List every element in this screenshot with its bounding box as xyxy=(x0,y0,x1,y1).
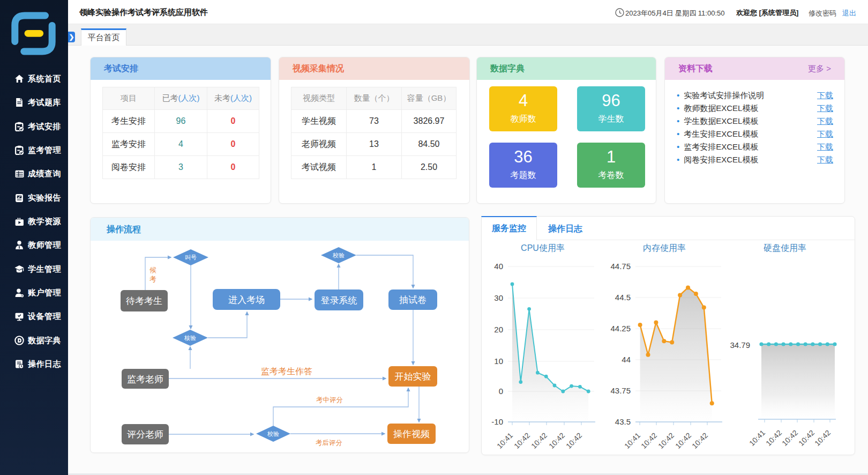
svg-text:44.5: 44.5 xyxy=(615,293,631,302)
svg-text:20: 20 xyxy=(494,325,503,334)
svg-text:评分老师: 评分老师 xyxy=(127,429,163,440)
svg-text:44.25: 44.25 xyxy=(610,324,631,333)
svg-text:校验: 校验 xyxy=(267,431,279,437)
svg-text:10:42: 10:42 xyxy=(529,431,549,450)
svg-text:开始实验: 开始实验 xyxy=(395,372,431,382)
svg-text:10:42: 10:42 xyxy=(690,431,709,450)
svg-text:10: 10 xyxy=(494,357,503,366)
svg-text:10:42: 10:42 xyxy=(639,431,659,450)
svg-text:核验: 核验 xyxy=(184,335,196,341)
svg-text:10:42: 10:42 xyxy=(512,431,532,450)
svg-text:10:42: 10:42 xyxy=(764,428,783,448)
svg-text:考后评分: 考后评分 xyxy=(316,439,342,447)
svg-text:10:42: 10:42 xyxy=(564,431,583,450)
svg-text:43.75: 43.75 xyxy=(610,386,631,395)
svg-text:考中评分: 考中评分 xyxy=(316,396,343,404)
svg-text:操作视频: 操作视频 xyxy=(393,429,430,439)
svg-text:44: 44 xyxy=(622,355,631,364)
svg-text:10:42: 10:42 xyxy=(674,431,693,450)
svg-text:进入考场: 进入考场 xyxy=(228,295,265,305)
svg-text:CPU使用率: CPU使用率 xyxy=(521,243,565,253)
svg-text:10:42: 10:42 xyxy=(813,428,832,448)
svg-text:叫号: 叫号 xyxy=(185,254,197,261)
svg-text:10:41: 10:41 xyxy=(495,431,514,450)
svg-text:考: 考 xyxy=(149,275,156,283)
svg-text:44.75: 44.75 xyxy=(610,262,631,271)
svg-text:待考考生: 待考考生 xyxy=(126,296,162,306)
svg-text:43.5: 43.5 xyxy=(615,417,631,426)
svg-text:10:42: 10:42 xyxy=(547,431,566,450)
svg-text:30: 30 xyxy=(494,293,503,302)
svg-text:抽试卷: 抽试卷 xyxy=(399,295,426,305)
svg-text:校验: 校验 xyxy=(332,252,345,258)
svg-text:内存使用率: 内存使用率 xyxy=(643,243,686,253)
svg-text:候: 候 xyxy=(149,266,156,274)
svg-text:监考老师: 监考老师 xyxy=(127,374,163,384)
svg-text:硬盘使用率: 硬盘使用率 xyxy=(764,243,806,253)
svg-text:10:41: 10:41 xyxy=(747,428,767,448)
svg-text:监考考生作答: 监考考生作答 xyxy=(261,367,312,376)
svg-text:10:41: 10:41 xyxy=(623,431,642,450)
svg-text:10:42: 10:42 xyxy=(797,428,816,448)
svg-text:40: 40 xyxy=(494,262,503,271)
svg-text:10:42: 10:42 xyxy=(780,428,799,448)
svg-text:登录系统: 登录系统 xyxy=(321,295,357,306)
svg-text:0: 0 xyxy=(499,387,503,396)
svg-text:34.79: 34.79 xyxy=(730,340,750,350)
svg-text:10:42: 10:42 xyxy=(656,431,676,450)
svg-text:-10: -10 xyxy=(491,417,503,426)
